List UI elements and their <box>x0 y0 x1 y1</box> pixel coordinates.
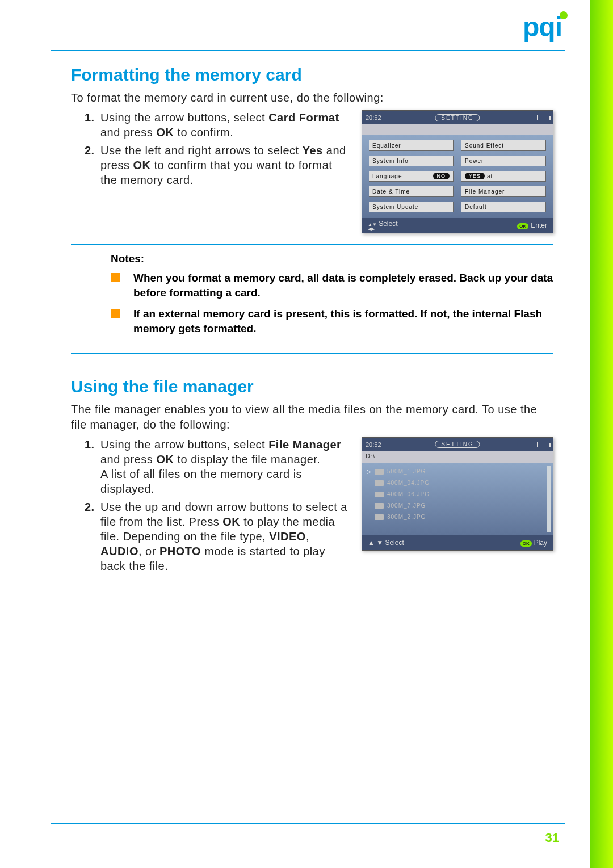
menu-equalizer: Equalizer <box>369 140 454 151</box>
notes-block: Notes: When you format a memory card, al… <box>71 244 553 354</box>
file-row: 300M_2.JPG <box>367 511 548 523</box>
file-icon <box>375 514 384 520</box>
yes-pill: YES <box>465 173 485 179</box>
no-pill: NO <box>433 173 450 179</box>
menu-language: LanguageNO <box>369 171 454 182</box>
heading-format-card: Formatting the memory card <box>71 65 553 85</box>
file-row: 400M_06.JPG <box>367 489 548 500</box>
page-number: 31 <box>545 831 559 845</box>
heading-file-manager: Using the file manager <box>71 377 553 396</box>
menu-default: Default <box>461 202 546 212</box>
device1-foot-select: ▲▼◀▶ Select <box>368 220 398 232</box>
file-row: 400M_04.JPG <box>367 477 548 489</box>
fm-step-1-line2: A list of all files on the memory card i… <box>100 468 302 495</box>
updown-arrows-icon: ▲ ▼ <box>368 539 383 547</box>
nav-arrows-icon: ▲▼◀▶ <box>368 223 377 232</box>
ok-badge-icon: OK <box>520 540 532 547</box>
file-icon <box>375 469 384 475</box>
device1-title: SETTING <box>435 114 480 121</box>
footer-rule <box>51 823 565 824</box>
device2-time: 20:52 <box>366 441 381 448</box>
menu-system-info: System Info <box>369 156 454 166</box>
fm-step-1: 1. Using the arrow buttons, select File … <box>88 437 350 496</box>
format-step-2: 2. Use the left and right arrows to sele… <box>88 143 350 187</box>
menu-file-manager: File Manager <box>461 186 546 197</box>
menu-system-update: System Update <box>369 202 454 212</box>
file-icon <box>375 480 384 486</box>
file-icon <box>375 492 384 497</box>
file-row: ▷500M_1.JPG <box>367 466 548 477</box>
file-icon <box>375 503 384 509</box>
battery-icon <box>537 115 549 120</box>
note-bullet-icon <box>111 273 120 282</box>
menu-power: Power <box>461 156 546 166</box>
note-bullet-icon <box>111 309 120 318</box>
notes-title: Notes: <box>111 253 553 265</box>
device2-title: SETTING <box>435 441 480 448</box>
scrollbar <box>547 466 551 532</box>
note-2: If an external memory card is present, t… <box>111 307 553 336</box>
menu-date-time: Date & Time <box>369 186 454 197</box>
file-row: 300M_7.JPG <box>367 500 548 511</box>
note-1: When you format a memory card, all data … <box>111 271 553 300</box>
brand-logo-text: pqi <box>523 12 562 42</box>
device1-foot-enter: OKEnter <box>517 221 547 229</box>
device1-time: 20:52 <box>366 114 381 121</box>
fm-step-2: 2. Use the up and down arrow buttons to … <box>88 500 350 573</box>
header-rule <box>51 50 565 51</box>
device2-path: D:\ <box>362 451 553 463</box>
intro-format-card: To format the memory card in current use… <box>71 90 553 106</box>
device2-foot-select: ▲ ▼ Select <box>368 539 404 547</box>
intro-file-manager: The file manager enables you to view all… <box>71 402 553 433</box>
device-filemanager-screenshot: 20:52 SETTING D:\ ▷500M_1.JPG 400M_04.JP… <box>362 437 553 551</box>
caret-icon: ▷ <box>367 468 375 475</box>
ok-badge-icon: OK <box>517 223 528 229</box>
battery-icon <box>537 442 549 447</box>
device2-foot-play: OKPlay <box>520 539 547 547</box>
device-settings-screenshot: 20:52 SETTING Equalizer System Info Lang… <box>362 110 553 233</box>
menu-sound-effect: Sound Effect <box>461 140 546 151</box>
side-stripe <box>590 0 613 868</box>
brand-logo: pqi <box>523 11 562 43</box>
menu-format: YESat <box>461 171 546 182</box>
format-step-1: 1. Using the arrow buttons, select Card … <box>88 110 350 140</box>
brand-logo-dot-icon <box>560 11 568 19</box>
